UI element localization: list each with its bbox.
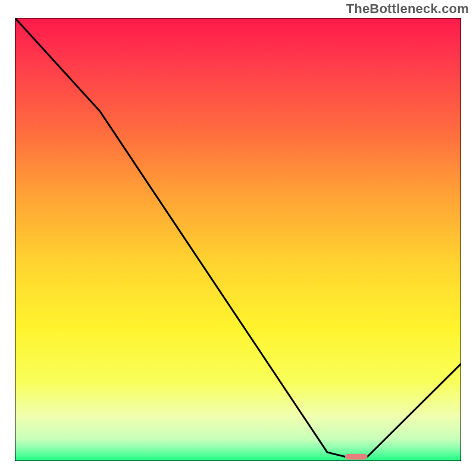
optimum-marker (345, 454, 368, 460)
chart-svg (15, 18, 461, 461)
chart-plot-area (15, 18, 461, 461)
watermark-text: TheBottleneck.com (346, 1, 469, 17)
chart-background (15, 18, 461, 461)
